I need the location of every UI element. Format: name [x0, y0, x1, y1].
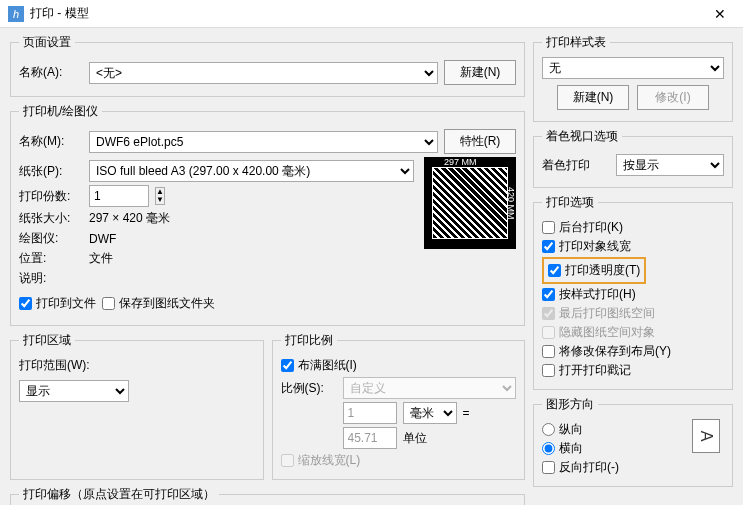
- printer-props-button[interactable]: 特性(R): [444, 129, 516, 154]
- pagesetup-name-label: 名称(A):: [19, 64, 83, 81]
- scale-num1-input: [343, 402, 397, 424]
- plotter-label: 绘图仪:: [19, 230, 83, 247]
- orientation-icon: A: [692, 419, 720, 453]
- copies-input[interactable]: [89, 185, 149, 207]
- preview-top-label: 297 MM: [444, 157, 477, 167]
- plotter-value: DWF: [89, 232, 116, 246]
- orient-portrait-radio[interactable]: 纵向: [542, 421, 692, 438]
- desc-label: 说明:: [19, 270, 83, 287]
- plot-area-legend: 打印区域: [19, 332, 75, 349]
- style-new-button[interactable]: 新建(N): [557, 85, 629, 110]
- pagesetup-name-select[interactable]: <无>: [89, 62, 438, 84]
- orientation-group: 图形方向 纵向 横向 反向打印(-) A: [533, 396, 733, 487]
- opt-bystyle-check[interactable]: 按样式打印(H): [542, 286, 724, 303]
- plot-options-group: 打印选项 后台打印(K) 打印对象线宽 打印透明度(T) 按样式打印(H) 最后…: [533, 194, 733, 390]
- opt-stamp-check[interactable]: 打开打印戳记: [542, 362, 724, 379]
- opt-background-check[interactable]: 后台打印(K): [542, 219, 724, 236]
- page-setup-legend: 页面设置: [19, 34, 75, 51]
- window-title: 打印 - 模型: [30, 5, 705, 22]
- shaded-legend: 着色视口选项: [542, 128, 622, 145]
- save-to-folder-check[interactable]: 保存到图纸文件夹: [102, 295, 215, 312]
- plot-range-select[interactable]: 显示: [19, 380, 129, 402]
- orient-landscape-radio[interactable]: 横向: [542, 440, 692, 457]
- opt-savelayout-check[interactable]: 将修改保存到布局(Y): [542, 343, 724, 360]
- printer-legend: 打印机/绘图仪: [19, 103, 102, 120]
- paper-preview: 297 MM 420 MM: [424, 157, 516, 249]
- size-value: 297 × 420 毫米: [89, 210, 170, 227]
- printer-name-select[interactable]: DWF6 ePlot.pc5: [89, 131, 438, 153]
- style-table-group: 打印样式表 无 新建(N) 修改(I): [533, 34, 733, 122]
- plot-options-legend: 打印选项: [542, 194, 598, 211]
- copies-label: 打印份数:: [19, 188, 83, 205]
- style-table-legend: 打印样式表: [542, 34, 610, 51]
- close-icon[interactable]: ✕: [705, 6, 735, 22]
- orientation-legend: 图形方向: [542, 396, 598, 413]
- titlebar: h 打印 - 模型 ✕: [0, 0, 743, 28]
- opt-lineweight-check[interactable]: 打印对象线宽: [542, 238, 724, 255]
- printer-group: 打印机/绘图仪 名称(M): DWF6 ePlot.pc5 特性(R) 纸张(P…: [10, 103, 525, 326]
- plot-offset-legend: 打印偏移（原点设置在可打印区域）: [19, 486, 219, 503]
- scale-unit1-select[interactable]: 毫米: [403, 402, 457, 424]
- style-table-select[interactable]: 无: [542, 57, 724, 79]
- plot-scale-group: 打印比例 布满图纸(I) 比例(S): 自定义 毫米 = 单位 缩放线宽: [272, 332, 526, 480]
- scale-lineweight-check: 缩放线宽(L): [281, 452, 517, 469]
- orient-reverse-check[interactable]: 反向打印(-): [542, 459, 692, 476]
- shaded-label: 着色打印: [542, 157, 590, 174]
- opt-transparency-check[interactable]: 打印透明度(T): [548, 262, 640, 279]
- size-label: 纸张大小:: [19, 210, 83, 227]
- shaded-select[interactable]: 按显示: [616, 154, 724, 176]
- opt-paperlast-check: 最后打印图纸空间: [542, 305, 724, 322]
- location-label: 位置:: [19, 250, 83, 267]
- print-to-file-check[interactable]: 打印到文件: [19, 295, 96, 312]
- scale-num2-input: [343, 427, 397, 449]
- plot-offset-group: 打印偏移（原点设置在可打印区域） X: 毫米 Y: 毫米 居中打印(C): [10, 486, 525, 505]
- page-setup-group: 页面设置 名称(A): <无> 新建(N): [10, 34, 525, 97]
- opt-transparency-highlight: 打印透明度(T): [542, 257, 646, 284]
- plot-area-group: 打印区域 打印范围(W): 显示: [10, 332, 264, 480]
- app-icon: h: [8, 6, 24, 22]
- opt-hidepaper-check: 隐藏图纸空间对象: [542, 324, 724, 341]
- location-value: 文件: [89, 250, 113, 267]
- style-modify-button: 修改(I): [637, 85, 709, 110]
- scale-equals: =: [463, 406, 470, 420]
- paper-label: 纸张(P):: [19, 163, 83, 180]
- pagesetup-new-button[interactable]: 新建(N): [444, 60, 516, 85]
- scale-ratio-label: 比例(S):: [281, 380, 337, 397]
- fit-to-paper-check[interactable]: 布满图纸(I): [281, 357, 517, 374]
- plot-scale-legend: 打印比例: [281, 332, 337, 349]
- plot-range-label: 打印范围(W):: [19, 358, 90, 372]
- printer-name-label: 名称(M):: [19, 133, 83, 150]
- scale-unit2-label: 单位: [403, 430, 427, 447]
- shaded-viewport-group: 着色视口选项 着色打印 按显示: [533, 128, 733, 188]
- scale-ratio-select: 自定义: [343, 377, 517, 399]
- paper-select[interactable]: ISO full bleed A3 (297.00 x 420.00 毫米): [89, 160, 414, 182]
- copies-spinner[interactable]: ▲▼: [155, 187, 165, 205]
